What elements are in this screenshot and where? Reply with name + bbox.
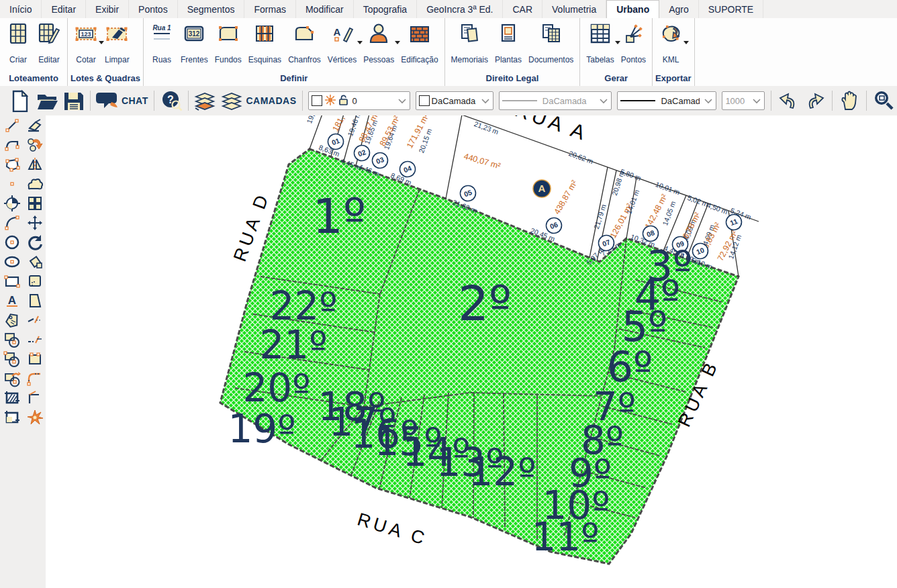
tool-cloud-button[interactable] xyxy=(23,175,46,195)
tool-move-button[interactable] xyxy=(23,214,46,234)
tool-arc-button[interactable] xyxy=(1,214,23,234)
map-block-label[interactable]: A xyxy=(533,180,551,197)
ribbon-button-v-rtices[interactable]: AVértices xyxy=(324,19,360,64)
map-lot-number[interactable]: 18º xyxy=(318,384,385,430)
map-lot-number[interactable]: 1º xyxy=(312,188,366,244)
menu-tab-agro[interactable]: Agro xyxy=(659,0,699,18)
color-combo[interactable]: DaCamada xyxy=(416,91,493,110)
tool-text-button[interactable]: A xyxy=(1,292,23,311)
tool-handles-rect-button[interactable] xyxy=(23,350,46,370)
tool-shape-arrow-button[interactable] xyxy=(1,370,23,389)
tool-clip-rect-button[interactable] xyxy=(1,409,23,428)
tool-rectangle-button[interactable] xyxy=(1,273,23,292)
tool-tag-button[interactable] xyxy=(1,311,23,331)
pan-button[interactable] xyxy=(838,89,861,112)
tool-polygon-button[interactable] xyxy=(1,156,23,175)
tool-ellipse-button[interactable] xyxy=(1,253,23,273)
layer-tools-button[interactable] xyxy=(193,89,216,112)
map-svg[interactable]: 19,8,63 m4,45 m4,46 m8,69 m19,46 m19,65 … xyxy=(46,115,897,588)
ribbon-button-frentes[interactable]: 312Frentes xyxy=(177,19,211,64)
tool-explode-star-button[interactable] xyxy=(23,409,46,428)
ribbon-button-criar[interactable]: Criar xyxy=(3,19,34,64)
tool-position-button[interactable] xyxy=(1,195,23,214)
sun-icon[interactable] xyxy=(324,94,336,108)
linetype-combo[interactable]: DaCamada xyxy=(499,91,612,110)
tool-line-button[interactable] xyxy=(1,117,23,136)
menu-tab-geoincra-3-ed-[interactable]: GeoIncra 3ª Ed. xyxy=(417,0,503,18)
open-file-button[interactable] xyxy=(35,89,58,112)
tool-rotate-rect-button[interactable] xyxy=(23,253,46,273)
map-lot-number[interactable]: 20º xyxy=(242,365,310,411)
camadas-button[interactable]: CAMADAS xyxy=(220,89,296,112)
menu-tab-urbano[interactable]: Urbano xyxy=(606,0,659,18)
ribbon-button-tabelas[interactable]: Tabelas xyxy=(583,19,617,64)
unlock-icon[interactable] xyxy=(338,94,349,108)
map-lot-number[interactable]: 19º xyxy=(228,406,295,452)
chevron-down-icon[interactable] xyxy=(704,96,713,106)
tool-mirror-button[interactable] xyxy=(23,156,46,175)
ribbon-button-limpar[interactable]: Limpar xyxy=(101,19,133,64)
ribbon-button-documentos[interactable]: Documentos xyxy=(525,19,577,64)
help-button[interactable]: ? xyxy=(160,89,183,112)
tool-point-button[interactable] xyxy=(1,175,23,195)
chevron-down-icon[interactable] xyxy=(599,96,608,106)
menu-tab-editar[interactable]: Editar xyxy=(42,0,86,18)
map-lot-number[interactable]: 22º xyxy=(269,283,337,329)
tool-break-line-button[interactable] xyxy=(23,311,46,331)
tool-shape-circle-2-button[interactable] xyxy=(1,350,23,370)
menu-tab-exibir[interactable]: Exibir xyxy=(86,0,129,18)
ribbon-button-cotar[interactable]: 123Cotar xyxy=(70,19,101,64)
layer-visibility-checkbox[interactable] xyxy=(312,95,322,106)
tool-polyline-button[interactable] xyxy=(1,136,23,156)
menu-tab-pontos[interactable]: Pontos xyxy=(129,0,178,18)
tool-hatch-rect-button[interactable] xyxy=(1,389,23,409)
map-lot-number[interactable]: 21º xyxy=(259,322,327,368)
ribbon-button-editar[interactable]: Editar xyxy=(34,19,64,64)
chevron-down-icon[interactable] xyxy=(752,96,761,106)
ribbon-button-chanfros[interactable]: Chanfros xyxy=(285,19,324,64)
menu-tab-suporte[interactable]: SUPORTE xyxy=(699,0,763,18)
chevron-down-icon[interactable] xyxy=(481,96,490,106)
new-file-button[interactable] xyxy=(8,89,31,112)
lineweight-combo[interactable]: DaCamada xyxy=(617,91,716,110)
redo-button[interactable] xyxy=(804,89,827,112)
map-lot-number[interactable]: 11º xyxy=(531,514,599,560)
drawing-canvas[interactable]: 19,8,63 m4,45 m4,46 m8,69 m19,46 m19,65 … xyxy=(46,115,897,588)
ribbon-button-pessoas[interactable]: Pessoas xyxy=(360,19,397,64)
menu-tab-formas[interactable]: Formas xyxy=(244,0,295,18)
chat-button[interactable]: CHAT xyxy=(96,89,148,112)
menu-tab-volumetria[interactable]: Volumetria xyxy=(542,0,606,18)
ribbon-button-plantas[interactable]: Plantas xyxy=(491,19,525,64)
menu-tab-segmentos[interactable]: Segmentos xyxy=(178,0,245,18)
tool-fillet-button[interactable] xyxy=(23,370,46,389)
ribbon-button-fundos[interactable]: Fundos xyxy=(211,19,245,64)
ribbon-button-memoriais[interactable]: Memoriais xyxy=(448,19,491,64)
chevron-down-icon[interactable] xyxy=(397,96,407,106)
save-file-button[interactable] xyxy=(62,89,85,112)
undo-button[interactable] xyxy=(777,89,800,112)
dropdown-arrow-icon[interactable] xyxy=(683,41,689,44)
map-lot-number[interactable]: 2º xyxy=(458,275,512,332)
tool-curve-arrow-button[interactable] xyxy=(23,136,46,156)
scale-combo[interactable]: 1000 xyxy=(722,91,765,110)
menu-tab-topografia[interactable]: Topografia xyxy=(354,0,417,18)
ribbon-button-pontos[interactable]: Pontos xyxy=(618,19,649,64)
ribbon-button-kml[interactable]: KML xyxy=(655,19,686,64)
tool-rotate-button[interactable] xyxy=(23,234,46,253)
layer-combo[interactable]: 0 xyxy=(308,91,410,110)
zoom-window-button[interactable] xyxy=(872,89,895,112)
ribbon-button-ruas[interactable]: Rua 1Ruas xyxy=(146,19,177,64)
tool-trapezoid-button[interactable] xyxy=(23,292,46,311)
tool-grid4-button[interactable] xyxy=(23,195,46,214)
tool-corner-button[interactable] xyxy=(23,389,46,409)
tool-eraser-button[interactable] xyxy=(23,117,46,136)
ribbon-button-edifica-o[interactable]: Edificação xyxy=(397,19,441,64)
menu-tab-car[interactable]: CAR xyxy=(503,0,542,18)
tool-circle-button[interactable] xyxy=(1,234,23,253)
tool-break-line-2-button[interactable] xyxy=(23,331,46,350)
tool-shape-circle-button[interactable] xyxy=(1,331,23,350)
ribbon-button-esquinas[interactable]: Esquinas xyxy=(245,19,285,64)
menu-tab-modificar[interactable]: Modificar xyxy=(296,0,354,18)
menu-tab-in-cio[interactable]: Início xyxy=(0,0,42,18)
tool-dashed-rect-button[interactable] xyxy=(23,273,46,292)
